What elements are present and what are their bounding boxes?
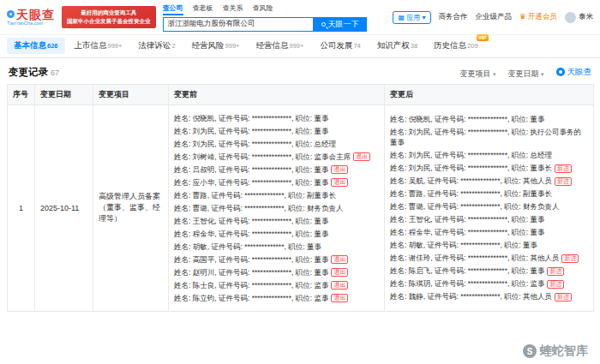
search-tab-company[interactable]: 查公司 — [163, 3, 183, 15]
col-header-before: 变更前 — [169, 85, 385, 105]
nav-tab-count: 38 — [411, 42, 417, 50]
user-avatar — [565, 12, 576, 23]
person-entry: 姓名: 刘为民, 证件号码: **************, 职位: 董事 — [174, 126, 379, 137]
search-button[interactable]: 天眼一下 — [314, 17, 367, 32]
nav-tab-label: 基本信息 — [14, 40, 46, 50]
person-entry: 姓名: 刘为民, 证件号码: **************, 职位: 执行公司事… — [390, 127, 588, 148]
nav-tab-label: 经营风险 — [192, 40, 225, 50]
status-badge: 新进 — [547, 280, 564, 289]
filter-change-item-dropdown[interactable]: 变更项目 ▾ — [459, 69, 495, 78]
person-entry: 姓名: 谢佳玲, 证件号码: **************, 职位: 其他人员新… — [390, 253, 588, 264]
search-tab-relation[interactable]: 查关系 — [223, 3, 243, 15]
after-person-list: 姓名: 倪晓凯, 证件号码: **************, 职位: 董事姓名:… — [390, 114, 588, 302]
nav-tab-company-development[interactable]: 公司发展74 — [313, 38, 367, 54]
nav-tab-history-info[interactable]: 历史信息209VIP — [427, 38, 485, 54]
apps-label: 应用 — [406, 14, 420, 21]
filter-change-date-dropdown[interactable]: 变更日期 ▾ — [507, 69, 543, 78]
link-enterprise-products[interactable]: 企业级产品 — [476, 12, 513, 22]
logo-title: 天眼查 — [16, 9, 55, 21]
before-person-list: 姓名: 倪晓凯, 证件号码: **************, 职位: 董事姓名:… — [174, 113, 379, 304]
search-input[interactable] — [163, 17, 314, 32]
logo-subtitle: TianYanCha.com — [7, 21, 55, 27]
nav-tab-intellectual-property[interactable]: 知识产权38 — [370, 38, 424, 54]
nav-tab-label: 上市信息 — [75, 40, 107, 50]
status-badge: 退出 — [331, 178, 348, 187]
cell-before: 姓名: 倪晓凯, 证件号码: **************, 职位: 董事姓名:… — [169, 105, 385, 312]
status-badge: 新进 — [555, 164, 572, 173]
nav-tab-count: 209 — [467, 42, 478, 50]
status-badge: 新进 — [555, 293, 572, 301]
person-entry: 姓名: 曹路, 证件号码: **************, 职位: 副董事长 — [390, 188, 588, 200]
person-entry: 姓名: 刘树靖, 证件号码: **************, 职位: 监事会主席… — [174, 152, 379, 163]
nav-tab-count: 999+ — [290, 42, 304, 50]
status-badge: 退出 — [353, 152, 370, 161]
nav-tab-basic-info[interactable]: 基本信息626 — [7, 38, 65, 54]
section-count: 67 — [51, 69, 59, 77]
status-badge: 退出 — [331, 294, 348, 302]
nav-tab-count: 2 — [171, 42, 175, 50]
person-entry: 姓名: 吴航, 证件号码: **************, 职位: 其他人员新进 — [390, 176, 588, 187]
tianyancha-logo[interactable]: 天眼查 TianYanCha.com — [7, 9, 55, 27]
person-entry: 姓名: 高国平, 证件号码: **************, 职位: 董事退出 — [174, 254, 379, 266]
person-entry: 姓名: 赵明川, 证件号码: **************, 职位: 董事退出 — [174, 267, 379, 278]
photo-watermark: S 蝰蛇智库 — [523, 343, 588, 359]
banner-line-1: 最好用的商业查询工具 — [67, 9, 151, 17]
person-entry: 姓名: 刘为民, 证件号码: **************, 职位: 董事长新进 — [390, 163, 588, 174]
banner-line-2: 国家中小企业发展子基金投资企业 — [67, 17, 151, 26]
nav-tab-count: 999+ — [225, 42, 240, 50]
tianyancha-mark-icon — [556, 68, 565, 76]
section-title: 变更记录67 — [9, 66, 59, 79]
person-entry: 姓名: 胡敏, 证件号码: **************, 职位: 董事 — [390, 240, 588, 251]
cell-after: 姓名: 倪晓凯, 证件号码: **************, 职位: 董事姓名:… — [385, 105, 594, 312]
nav-tab-label: 公司发展 — [320, 40, 352, 50]
person-entry: 姓名: 刘为民, 证件号码: **************, 职位: 总经理 — [174, 139, 379, 150]
col-header-change-item: 变更项目 — [93, 85, 169, 105]
top-header: 天眼查 TianYanCha.com 最好用的商业查询工具 国家中小企业发展子基… — [0, 0, 600, 34]
open-vip-label: 开通会员 — [528, 12, 557, 21]
cell-change-item: 高级管理人员备案（董事、监事、经理等） — [93, 105, 169, 312]
status-badge: 退出 — [331, 165, 348, 174]
nav-tab-label: 经营信息 — [256, 40, 289, 50]
nav-tab-operating-info[interactable]: 经营信息999+ — [249, 38, 311, 54]
search-icon — [321, 22, 326, 27]
status-badge: 新进 — [561, 254, 579, 263]
chevron-down-icon: ▾ — [493, 71, 496, 77]
user-account[interactable]: 泰米 — [565, 12, 593, 23]
person-entry: 姓名: 倪晓凯, 证件号码: **************, 职位: 董事 — [174, 113, 379, 124]
cell-index: 1 — [8, 105, 35, 312]
cell-change-date: 2025-10-11 — [35, 105, 93, 312]
person-entry: 姓名: 倪晓凯, 证件号码: **************, 职位: 董事 — [390, 114, 588, 125]
nav-tab-operating-risk[interactable]: 经营风险999+ — [185, 38, 247, 54]
person-entry: 姓名: 胡敏, 证件号码: **************, 职位: 董事 — [174, 242, 379, 253]
person-entry: 姓名: 陈立钧, 证件号码: **************, 职位: 监事退出 — [174, 293, 379, 304]
status-badge: 退出 — [331, 255, 348, 264]
apps-button[interactable]: ▦ 应用 ▾ — [393, 11, 430, 24]
eye-icon — [7, 10, 15, 18]
search-area: 查公司查老板查关系查风险 天眼一下 — [163, 3, 367, 32]
promo-banner: 最好用的商业查询工具 国家中小企业发展子基金投资企业 — [62, 6, 156, 29]
search-tab-boss[interactable]: 查老板 — [193, 3, 213, 15]
col-header-change-date: 变更日期 — [35, 85, 93, 105]
nav-tab-label: 法律诉讼 — [138, 40, 171, 50]
search-button-label: 天眼一下 — [328, 19, 359, 30]
watermark-text: 蝰蛇智库 — [540, 343, 588, 359]
person-entry: 姓名: 程金华, 证件号码: **************, 职位: 董事 — [390, 227, 588, 238]
nav-tab-label: 知识产权 — [377, 40, 410, 50]
chevron-down-icon: ▾ — [541, 71, 544, 77]
nav-tab-count: 74 — [353, 42, 360, 50]
person-entry: 姓名: 陈士良, 证件号码: **************, 职位: 监事退出 — [174, 280, 379, 291]
status-badge: 退出 — [331, 281, 348, 289]
status-badge: 新进 — [547, 267, 564, 276]
nav-tab-listing-info[interactable]: 上市信息999+ — [68, 38, 129, 54]
nav-tab-legal-proceedings[interactable]: 法律诉讼2 — [131, 38, 182, 54]
section-filters: 变更项目 ▾变更日期 ▾ — [459, 64, 543, 80]
top-right-nav: ▦ 应用 ▾ 商务合作 企业级产品 ♛ 开通会员 泰米 — [393, 11, 593, 24]
person-entry: 姓名: 程金华, 证件号码: **************, 职位: 董事 — [174, 229, 379, 240]
person-entry: 姓名: 王智化, 证件号码: **************, 职位: 董事 — [174, 216, 379, 227]
vip-badge: VIP — [477, 34, 489, 41]
person-entry: 姓名: 应小华, 证件号码: **************, 职位: 董事退出 — [174, 177, 379, 188]
person-entry: 姓名: 魏静, 证件号码: **************, 职位: 其他人员新进 — [390, 291, 588, 302]
link-business-cooperation[interactable]: 商务合作 — [439, 12, 468, 22]
open-vip-link[interactable]: ♛ 开通会员 — [519, 12, 557, 22]
search-tab-risk[interactable]: 查风险 — [253, 3, 273, 15]
